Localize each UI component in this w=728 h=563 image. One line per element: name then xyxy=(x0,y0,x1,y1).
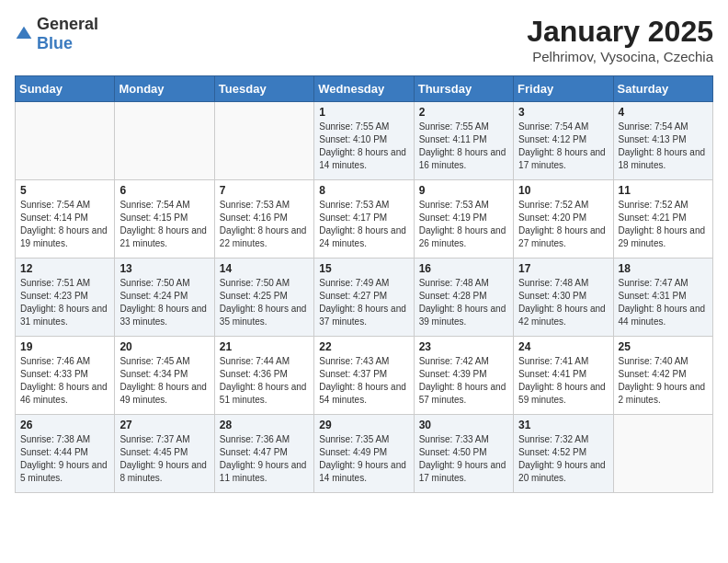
logo-general: General xyxy=(37,15,98,33)
calendar-cell: 24Sunrise: 7:41 AM Sunset: 4:41 PM Dayli… xyxy=(514,337,613,415)
day-number: 29 xyxy=(319,419,408,431)
calendar-cell: 28Sunrise: 7:36 AM Sunset: 4:47 PM Dayli… xyxy=(214,415,313,493)
calendar-cell: 14Sunrise: 7:50 AM Sunset: 4:25 PM Dayli… xyxy=(214,259,313,337)
logo-blue: Blue xyxy=(37,34,73,52)
day-number: 25 xyxy=(619,340,708,353)
day-number: 19 xyxy=(20,340,109,353)
day-info: Sunrise: 7:38 AM Sunset: 4:44 PM Dayligh… xyxy=(20,433,109,485)
weekday-header-thursday: Thursday xyxy=(414,76,513,102)
calendar-cell: 15Sunrise: 7:49 AM Sunset: 4:27 PM Dayli… xyxy=(314,259,414,337)
calendar-cell: 31Sunrise: 7:32 AM Sunset: 4:52 PM Dayli… xyxy=(514,415,613,493)
day-info: Sunrise: 7:51 AM Sunset: 4:23 PM Dayligh… xyxy=(20,277,109,328)
day-info: Sunrise: 7:55 AM Sunset: 4:11 PM Dayligh… xyxy=(419,121,508,172)
day-info: Sunrise: 7:54 AM Sunset: 4:12 PM Dayligh… xyxy=(518,121,608,172)
day-info: Sunrise: 7:53 AM Sunset: 4:16 PM Dayligh… xyxy=(220,199,309,250)
day-info: Sunrise: 7:54 AM Sunset: 4:13 PM Dayligh… xyxy=(619,121,708,172)
day-number: 18 xyxy=(619,262,708,275)
weekday-header-wednesday: Wednesday xyxy=(314,76,414,102)
calendar-week-2: 5Sunrise: 7:54 AM Sunset: 4:14 PM Daylig… xyxy=(16,180,713,259)
day-number: 8 xyxy=(319,184,408,197)
weekday-header-friday: Friday xyxy=(514,76,613,102)
day-number: 21 xyxy=(220,340,309,353)
calendar-cell: 21Sunrise: 7:44 AM Sunset: 4:36 PM Dayli… xyxy=(214,337,313,415)
calendar-table: SundayMondayTuesdayWednesdayThursdayFrid… xyxy=(15,75,713,493)
day-info: Sunrise: 7:54 AM Sunset: 4:15 PM Dayligh… xyxy=(119,199,209,250)
day-number: 10 xyxy=(518,184,608,197)
calendar-cell: 6Sunrise: 7:54 AM Sunset: 4:15 PM Daylig… xyxy=(115,180,214,259)
calendar-title: January 2025 xyxy=(527,15,713,49)
calendar-body: 1Sunrise: 7:55 AM Sunset: 4:10 PM Daylig… xyxy=(16,102,713,493)
calendar-cell: 5Sunrise: 7:54 AM Sunset: 4:14 PM Daylig… xyxy=(16,180,115,259)
day-info: Sunrise: 7:46 AM Sunset: 4:33 PM Dayligh… xyxy=(20,355,109,407)
day-info: Sunrise: 7:50 AM Sunset: 4:25 PM Dayligh… xyxy=(220,277,309,328)
day-number: 28 xyxy=(220,419,309,431)
logo-icon xyxy=(15,25,33,43)
day-number: 26 xyxy=(20,419,109,431)
calendar-cell: 4Sunrise: 7:54 AM Sunset: 4:13 PM Daylig… xyxy=(613,102,712,180)
day-info: Sunrise: 7:33 AM Sunset: 4:50 PM Dayligh… xyxy=(419,433,508,485)
day-number: 7 xyxy=(220,184,309,197)
calendar-week-5: 26Sunrise: 7:38 AM Sunset: 4:44 PM Dayli… xyxy=(16,415,713,493)
header: General Blue January 2025 Pelhrimov, Vys… xyxy=(15,15,713,64)
day-info: Sunrise: 7:41 AM Sunset: 4:41 PM Dayligh… xyxy=(518,355,608,407)
day-number: 9 xyxy=(419,184,508,197)
day-info: Sunrise: 7:49 AM Sunset: 4:27 PM Dayligh… xyxy=(319,277,408,328)
day-number: 23 xyxy=(419,340,508,353)
day-number: 31 xyxy=(518,419,608,431)
calendar-cell: 20Sunrise: 7:45 AM Sunset: 4:34 PM Dayli… xyxy=(115,337,214,415)
day-number: 27 xyxy=(119,419,209,431)
day-info: Sunrise: 7:44 AM Sunset: 4:36 PM Dayligh… xyxy=(220,355,309,407)
day-number: 20 xyxy=(119,340,209,353)
weekday-header-tuesday: Tuesday xyxy=(214,76,313,102)
calendar-cell: 16Sunrise: 7:48 AM Sunset: 4:28 PM Dayli… xyxy=(414,259,513,337)
calendar-cell: 22Sunrise: 7:43 AM Sunset: 4:37 PM Dayli… xyxy=(314,337,414,415)
day-number: 12 xyxy=(20,262,109,275)
day-info: Sunrise: 7:54 AM Sunset: 4:14 PM Dayligh… xyxy=(20,199,109,250)
day-info: Sunrise: 7:42 AM Sunset: 4:39 PM Dayligh… xyxy=(419,355,508,407)
calendar-cell xyxy=(613,415,712,493)
day-number: 13 xyxy=(119,262,209,275)
day-info: Sunrise: 7:48 AM Sunset: 4:28 PM Dayligh… xyxy=(419,277,508,328)
day-info: Sunrise: 7:32 AM Sunset: 4:52 PM Dayligh… xyxy=(518,433,608,485)
day-info: Sunrise: 7:43 AM Sunset: 4:37 PM Dayligh… xyxy=(319,355,408,407)
calendar-cell: 3Sunrise: 7:54 AM Sunset: 4:12 PM Daylig… xyxy=(514,102,613,180)
calendar-cell: 25Sunrise: 7:40 AM Sunset: 4:42 PM Dayli… xyxy=(613,337,712,415)
calendar-week-4: 19Sunrise: 7:46 AM Sunset: 4:33 PM Dayli… xyxy=(16,337,713,415)
calendar-subtitle: Pelhrimov, Vysocina, Czechia xyxy=(527,49,713,64)
svg-marker-0 xyxy=(17,27,32,39)
day-info: Sunrise: 7:53 AM Sunset: 4:17 PM Dayligh… xyxy=(319,199,408,250)
weekday-header-sunday: Sunday xyxy=(16,76,115,102)
calendar-cell xyxy=(16,102,115,180)
logo: General Blue xyxy=(15,15,98,53)
day-number: 17 xyxy=(518,262,608,275)
day-info: Sunrise: 7:48 AM Sunset: 4:30 PM Dayligh… xyxy=(518,277,608,328)
day-info: Sunrise: 7:40 AM Sunset: 4:42 PM Dayligh… xyxy=(619,355,708,407)
calendar-cell: 9Sunrise: 7:53 AM Sunset: 4:19 PM Daylig… xyxy=(414,180,513,259)
calendar-week-1: 1Sunrise: 7:55 AM Sunset: 4:10 PM Daylig… xyxy=(16,102,713,180)
day-number: 30 xyxy=(419,419,508,431)
calendar-header: SundayMondayTuesdayWednesdayThursdayFrid… xyxy=(16,76,713,102)
calendar-cell xyxy=(214,102,313,180)
calendar-cell: 27Sunrise: 7:37 AM Sunset: 4:45 PM Dayli… xyxy=(115,415,214,493)
day-number: 3 xyxy=(518,106,608,119)
calendar-cell: 7Sunrise: 7:53 AM Sunset: 4:16 PM Daylig… xyxy=(214,180,313,259)
calendar-cell: 1Sunrise: 7:55 AM Sunset: 4:10 PM Daylig… xyxy=(314,102,414,180)
weekday-header-row: SundayMondayTuesdayWednesdayThursdayFrid… xyxy=(16,76,713,102)
weekday-header-saturday: Saturday xyxy=(613,76,712,102)
day-info: Sunrise: 7:52 AM Sunset: 4:20 PM Dayligh… xyxy=(518,199,608,250)
title-area: January 2025 Pelhrimov, Vysocina, Czechi… xyxy=(527,15,713,64)
day-number: 4 xyxy=(619,106,708,119)
calendar-cell xyxy=(115,102,214,180)
weekday-header-monday: Monday xyxy=(115,76,214,102)
day-number: 1 xyxy=(319,106,408,119)
calendar-cell: 19Sunrise: 7:46 AM Sunset: 4:33 PM Dayli… xyxy=(16,337,115,415)
day-number: 16 xyxy=(419,262,508,275)
calendar-cell: 13Sunrise: 7:50 AM Sunset: 4:24 PM Dayli… xyxy=(115,259,214,337)
day-info: Sunrise: 7:52 AM Sunset: 4:21 PM Dayligh… xyxy=(619,199,708,250)
day-number: 14 xyxy=(220,262,309,275)
calendar-cell: 23Sunrise: 7:42 AM Sunset: 4:39 PM Dayli… xyxy=(414,337,513,415)
calendar-cell: 10Sunrise: 7:52 AM Sunset: 4:20 PM Dayli… xyxy=(514,180,613,259)
day-info: Sunrise: 7:50 AM Sunset: 4:24 PM Dayligh… xyxy=(119,277,209,328)
calendar-cell: 8Sunrise: 7:53 AM Sunset: 4:17 PM Daylig… xyxy=(314,180,414,259)
day-info: Sunrise: 7:37 AM Sunset: 4:45 PM Dayligh… xyxy=(119,433,209,485)
